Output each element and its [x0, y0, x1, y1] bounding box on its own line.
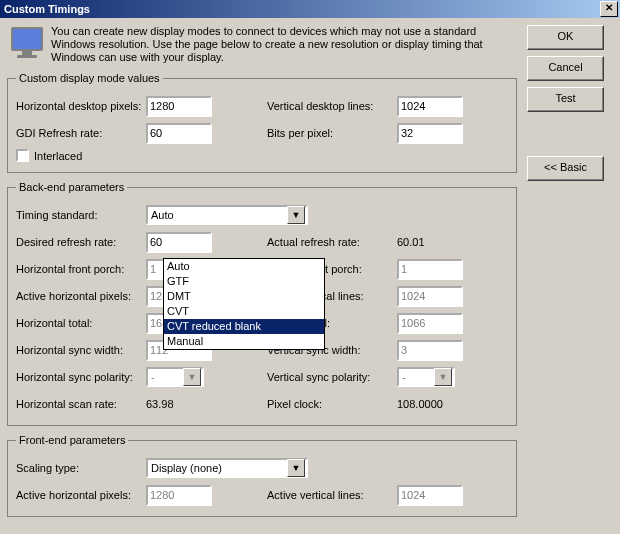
- label-h-total: Horizontal total:: [16, 317, 146, 329]
- custom-timings-dialog: Custom Timings ✕ You can create new disp…: [0, 0, 620, 534]
- select-timing-standard[interactable]: Auto ▼: [146, 205, 308, 225]
- input-fe-active-h: [146, 485, 212, 506]
- group-back-end-label: Back-end parameters: [16, 181, 127, 193]
- close-button[interactable]: ✕: [600, 1, 618, 17]
- description-text: You can create new display modes to conn…: [51, 25, 517, 64]
- input-desired-refresh[interactable]: [146, 232, 212, 253]
- select-scaling-type[interactable]: Display (none) ▼: [146, 458, 308, 478]
- timing-option-cvt[interactable]: CVT: [164, 304, 324, 319]
- select-h-sync-pol: - ▼: [146, 367, 204, 387]
- value-h-scan-rate: 63.98: [146, 398, 257, 410]
- select-v-sync-pol: - ▼: [397, 367, 455, 387]
- input-h-desktop-pixels[interactable]: [146, 96, 212, 117]
- group-front-end: Front-end parameters Scaling type: Displ…: [7, 434, 517, 517]
- value-pixel-clock: 108.0000: [397, 398, 508, 410]
- window-title: Custom Timings: [4, 0, 90, 18]
- timing-option-cvt-reduced[interactable]: CVT reduced blank: [164, 319, 324, 334]
- chevron-down-icon: ▼: [287, 459, 305, 477]
- label-h-front-porch: Horizontal front porch:: [16, 263, 146, 275]
- label-pixel-clock: Pixel clock:: [267, 398, 397, 410]
- close-icon: ✕: [605, 2, 613, 13]
- input-v-sync-width: [397, 340, 463, 361]
- checkbox-interlaced[interactable]: Interlaced: [16, 149, 508, 162]
- label-scaling-type: Scaling type:: [16, 462, 146, 474]
- ok-button[interactable]: OK: [527, 25, 604, 50]
- select-scaling-type-value: Display (none): [151, 462, 222, 474]
- timing-option-gtf[interactable]: GTF: [164, 274, 324, 289]
- timing-standard-dropdown[interactable]: Auto GTF DMT CVT CVT reduced blank Manua…: [163, 258, 325, 350]
- label-h-desktop-pixels: Horizontal desktop pixels:: [16, 100, 146, 112]
- cancel-button[interactable]: Cancel: [527, 56, 604, 81]
- label-v-sync-pol: Vertical sync polarity:: [267, 371, 397, 383]
- input-fe-active-v: [397, 485, 463, 506]
- input-active-v-lines: [397, 286, 463, 307]
- select-timing-standard-value: Auto: [151, 209, 174, 221]
- timing-option-auto[interactable]: Auto: [164, 259, 324, 274]
- timing-option-manual[interactable]: Manual: [164, 334, 324, 349]
- select-h-sync-pol-value: -: [151, 371, 155, 383]
- select-v-sync-pol-value: -: [402, 371, 406, 383]
- label-active-h-pixels: Active horizontal pixels:: [16, 290, 146, 302]
- label-gdi-refresh: GDI Refresh rate:: [16, 127, 146, 139]
- input-v-desktop-lines[interactable]: [397, 96, 463, 117]
- input-gdi-refresh[interactable]: [146, 123, 212, 144]
- group-custom-values-label: Custom display mode values: [16, 72, 163, 84]
- label-fe-active-v: Active vertical lines:: [267, 489, 397, 501]
- label-h-scan-rate: Horizontal scan rate:: [16, 398, 146, 410]
- timing-option-dmt[interactable]: DMT: [164, 289, 324, 304]
- title-bar: Custom Timings ✕: [0, 0, 620, 18]
- label-timing-standard: Timing standard:: [16, 209, 146, 221]
- chevron-down-icon: ▼: [183, 368, 201, 386]
- input-v-total: [397, 313, 463, 334]
- label-actual-refresh: Actual refresh rate:: [267, 236, 397, 248]
- label-fe-active-h: Active horizontal pixels:: [16, 489, 146, 501]
- value-actual-refresh: 60.01: [397, 236, 508, 248]
- checkbox-box-icon: [16, 149, 29, 162]
- label-desired-refresh: Desired refresh rate:: [16, 236, 146, 248]
- test-button[interactable]: Test: [527, 87, 604, 112]
- input-v-front-porch: [397, 259, 463, 280]
- label-h-sync-width: Horizontal sync width:: [16, 344, 146, 356]
- chevron-down-icon: ▼: [434, 368, 452, 386]
- label-bits-per-pixel: Bits per pixel:: [267, 127, 397, 139]
- chevron-down-icon: ▼: [287, 206, 305, 224]
- monitor-icon: [11, 27, 43, 59]
- label-interlaced: Interlaced: [34, 150, 82, 162]
- label-v-desktop-lines: Vertical desktop lines:: [267, 100, 397, 112]
- input-bits-per-pixel[interactable]: [397, 123, 463, 144]
- group-custom-values: Custom display mode values Horizontal de…: [7, 72, 517, 173]
- basic-button[interactable]: << Basic: [527, 156, 604, 181]
- label-h-sync-pol: Horizontal sync polarity:: [16, 371, 146, 383]
- group-front-end-label: Front-end parameters: [16, 434, 128, 446]
